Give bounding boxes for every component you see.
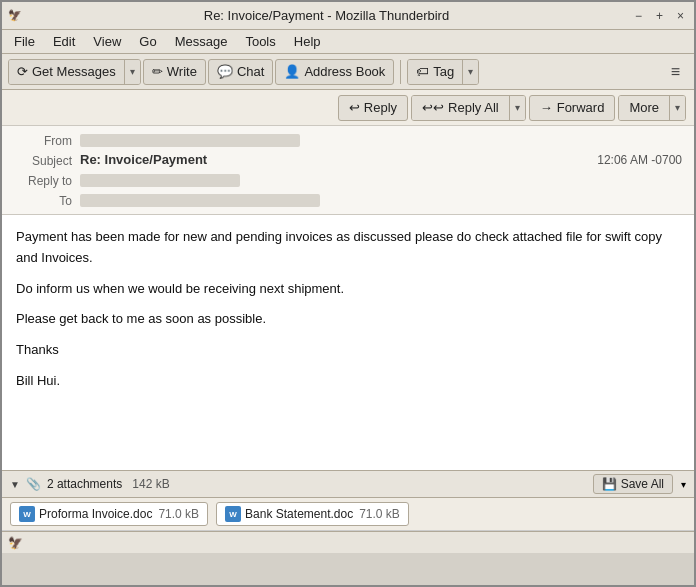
from-redacted (80, 134, 300, 147)
to-label: To (14, 192, 72, 208)
subject-text: Re: Invoice/Payment (80, 152, 207, 167)
reply-all-split: ↩↩ Reply All ▾ (411, 95, 526, 121)
attachment-item-0[interactable]: W Proforma Invoice.doc 71.0 kB (10, 502, 208, 526)
app-window: 🦅 Re: Invoice/Payment - Mozilla Thunderb… (0, 0, 696, 587)
bottom-toolbar: 🦅 (2, 531, 694, 553)
doc-icon-0: W (19, 506, 35, 522)
hamburger-menu-button[interactable]: ≡ (663, 60, 688, 84)
close-button[interactable]: × (673, 9, 688, 23)
get-messages-dropdown[interactable]: ▾ (125, 60, 140, 84)
get-messages-icon: ⟳ (17, 64, 28, 79)
address-book-icon: 👤 (284, 64, 300, 79)
toolbar-separator-1 (400, 60, 401, 84)
titlebar-left: 🦅 (8, 9, 22, 22)
reply-all-icon: ↩↩ (422, 100, 444, 115)
write-icon: ✏ (152, 64, 163, 79)
attachments-header: ▼ 📎 2 attachments 142 kB 💾 Save All ▾ (2, 470, 694, 498)
window-controls: − + × (631, 9, 688, 23)
timestamp: 12:06 AM -0700 (597, 153, 682, 167)
reply-all-button[interactable]: ↩↩ Reply All (412, 96, 510, 120)
attachment-filesize-1: 71.0 kB (359, 507, 400, 521)
tag-split: 🏷 Tag ▾ (407, 59, 479, 85)
menu-tools[interactable]: Tools (237, 32, 283, 51)
window-title: Re: Invoice/Payment - Mozilla Thunderbir… (22, 8, 631, 23)
more-dropdown[interactable]: ▾ (670, 96, 685, 120)
menubar: File Edit View Go Message Tools Help (2, 30, 694, 54)
reply-button[interactable]: ↩ Reply (338, 95, 408, 121)
titlebar: 🦅 Re: Invoice/Payment - Mozilla Thunderb… (2, 2, 694, 30)
body-paragraph-2: Do inform us when we would be receiving … (16, 279, 680, 300)
body-paragraph-5: Bill Hui. (16, 371, 680, 392)
main-toolbar: ⟳ Get Messages ▾ ✏ Write 💬 Chat 👤 Addres… (2, 54, 694, 90)
write-button[interactable]: ✏ Write (143, 59, 206, 85)
tag-icon: 🏷 (416, 64, 429, 79)
forward-button[interactable]: → Forward (529, 95, 616, 121)
body-paragraph-4: Thanks (16, 340, 680, 361)
minimize-button[interactable]: − (631, 9, 646, 23)
chat-icon: 💬 (217, 64, 233, 79)
get-messages-split: ⟳ Get Messages ▾ (8, 59, 141, 85)
menu-view[interactable]: View (85, 32, 129, 51)
to-value (80, 192, 682, 207)
chat-button[interactable]: 💬 Chat (208, 59, 273, 85)
attachment-filename-1: Bank Statement.doc (245, 507, 353, 521)
attachment-filesize-0: 71.0 kB (158, 507, 199, 521)
menu-go[interactable]: Go (131, 32, 164, 51)
attachment-item-1[interactable]: W Bank Statement.doc 71.0 kB (216, 502, 409, 526)
more-button[interactable]: More (619, 96, 670, 120)
save-all-dropdown[interactable]: ▾ (681, 479, 686, 490)
reply-to-label: Reply to (14, 172, 72, 188)
main-content: ↩ Reply ↩↩ Reply All ▾ → Forward More ▾ (2, 90, 694, 553)
attachments-count: 2 attachments (47, 477, 122, 491)
paperclip-icon: 📎 (26, 477, 41, 491)
from-value (80, 132, 682, 147)
more-split: More ▾ (618, 95, 686, 121)
menu-file[interactable]: File (6, 32, 43, 51)
reply-to-value (80, 172, 682, 187)
tag-dropdown[interactable]: ▾ (463, 60, 478, 84)
to-redacted (80, 194, 320, 207)
from-row: From (14, 130, 682, 150)
maximize-button[interactable]: + (652, 9, 667, 23)
reply-to-redacted (80, 174, 240, 187)
address-book-button[interactable]: 👤 Address Book (275, 59, 394, 85)
reply-icon: ↩ (349, 100, 360, 115)
reply-all-dropdown[interactable]: ▾ (510, 96, 525, 120)
email-headers: From Subject Re: Invoice/Payment 12:06 A… (2, 126, 694, 215)
menu-edit[interactable]: Edit (45, 32, 83, 51)
attachments-size: 142 kB (132, 477, 169, 491)
menu-message[interactable]: Message (167, 32, 236, 51)
attachment-filename-0: Proforma Invoice.doc (39, 507, 152, 521)
save-all-icon: 💾 (602, 477, 617, 491)
body-paragraph-3: Please get back to me as soon as possibl… (16, 309, 680, 330)
thunderbird-small-icon: 🦅 (8, 536, 23, 550)
subject-value: Re: Invoice/Payment 12:06 AM -0700 (80, 152, 682, 167)
subject-label: Subject (14, 152, 72, 168)
from-label: From (14, 132, 72, 148)
body-paragraph-1: Payment has been made for new and pendin… (16, 227, 680, 269)
attachments-list: W Proforma Invoice.doc 71.0 kB W Bank St… (2, 498, 694, 531)
get-messages-button[interactable]: ⟳ Get Messages (9, 60, 125, 84)
email-body: Payment has been made for new and pendin… (2, 215, 694, 470)
forward-icon: → (540, 100, 553, 115)
reply-to-row: Reply to (14, 170, 682, 190)
attachments-toggle[interactable]: ▼ (10, 479, 20, 490)
action-toolbar: ↩ Reply ↩↩ Reply All ▾ → Forward More ▾ (2, 90, 694, 126)
doc-icon-1: W (225, 506, 241, 522)
menu-help[interactable]: Help (286, 32, 329, 51)
save-all-button[interactable]: 💾 Save All (593, 474, 673, 494)
tag-button[interactable]: 🏷 Tag (408, 60, 463, 84)
to-row: To (14, 190, 682, 210)
app-icon: 🦅 (8, 9, 22, 22)
subject-row: Subject Re: Invoice/Payment 12:06 AM -07… (14, 150, 682, 170)
